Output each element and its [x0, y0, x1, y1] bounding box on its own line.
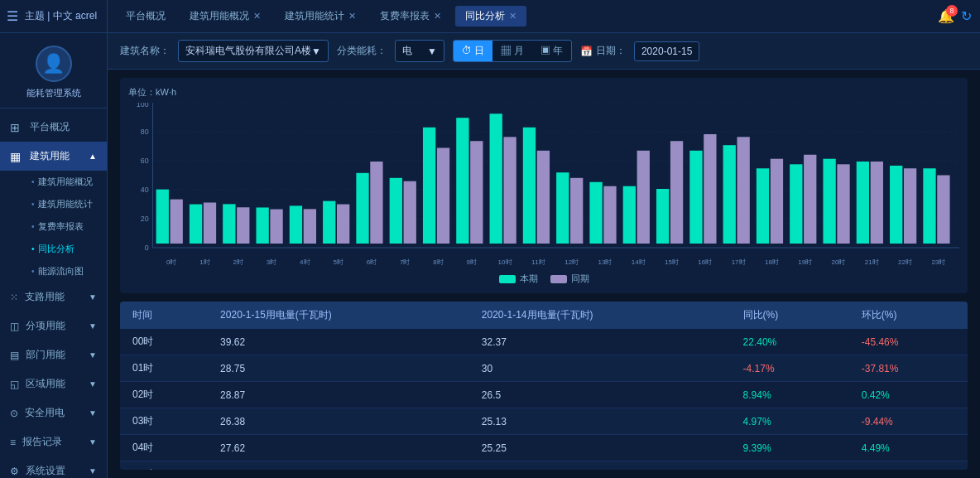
cell-prev: 30 — [469, 355, 731, 382]
user-icon: 👤 — [42, 53, 65, 75]
sidebar-item-building-label: 建筑用能 — [30, 149, 70, 163]
sub-label: 分项用能 — [26, 319, 65, 333]
tab-building-stats-close[interactable]: ✕ — [348, 11, 356, 22]
date-type-buttons: ⏱ 日 ▦ 月 ▣ 年 — [453, 40, 572, 62]
legend-prev: 同期 — [550, 273, 589, 285]
cell-prev: 32.37 — [469, 329, 731, 355]
building-label: 建筑名称： — [120, 44, 170, 58]
sidebar-item-dept[interactable]: ▤ 部门用能 ▼ — [0, 340, 107, 369]
filter-bar: 建筑名称： 安科瑞电气股份有限公司A楼 ▼ 分类能耗： 电 ▼ ⏱ 日 ▦ 月 … — [108, 33, 980, 70]
sidebar-item-building-stats[interactable]: 建筑用能统计 — [23, 193, 107, 215]
tab-building-stats[interactable]: 建筑用能统计 ✕ — [275, 6, 366, 27]
sub-icon: ◫ — [10, 321, 19, 332]
col-mom: 环比(%) — [849, 302, 968, 329]
sidebar-item-yoy[interactable]: 同比分析 — [23, 238, 107, 260]
date-label: 📅 日期： — [580, 44, 626, 58]
sidebar: ☰ 主题 | 中文 acrel 👤 能耗管理系统 ⊞ 平台概况 ▦ 建筑用能 ▲… — [0, 0, 108, 478]
cell-mom: 11.28% — [849, 461, 968, 471]
date-btn-year[interactable]: ▣ 年 — [532, 41, 571, 61]
cell-prev: 25.25 — [469, 435, 731, 461]
data-table: 时间 2020-1-15用电量(千瓦时) 2020-1-14用电量(千瓦时) 同… — [120, 302, 968, 470]
cell-current: 39.62 — [208, 329, 469, 355]
area-arrow-icon: ▼ — [89, 379, 97, 389]
area-label: 区域用能 — [26, 377, 65, 391]
table-row: 04时27.6225.259.39%4.49% — [120, 435, 968, 461]
cell-mom: 4.49% — [849, 435, 968, 461]
system-name: 能耗管理系统 — [26, 87, 81, 99]
calendar-month-icon: ▦ — [501, 45, 511, 56]
cell-time: 00时 — [120, 329, 208, 355]
tab-power-factor-close[interactable]: ✕ — [434, 11, 441, 22]
chart-container: 0 20 40 60 80 100 — [128, 103, 959, 268]
clock-icon: ⏱ — [462, 45, 472, 56]
avatar: 👤 — [36, 46, 72, 82]
chart-legend: 本期 同期 — [128, 273, 959, 285]
sidebar-item-energy-trend[interactable]: 能源流向图 — [23, 260, 107, 282]
sidebar-item-report[interactable]: ≡ 报告记录 ▼ — [0, 427, 107, 456]
sidebar-item-power-factor[interactable]: 复费率报表 — [23, 215, 107, 238]
cell-mom: -9.44% — [849, 408, 968, 435]
col-current: 2020-1-15用电量(千瓦时) — [208, 302, 469, 329]
hamburger-icon[interactable]: ☰ — [7, 8, 18, 24]
tab-yoy[interactable]: 同比分析 ✕ — [455, 6, 526, 27]
date-btn-month-label: 月 — [514, 45, 524, 56]
cell-mom: -37.81% — [849, 355, 968, 382]
tab-building-overview-close[interactable]: ✕ — [253, 11, 261, 22]
main-content: 平台概况 建筑用能概况 ✕ 建筑用能统计 ✕ 复费率报表 ✕ 同比分析 ✕ 🔔 … — [108, 0, 980, 478]
cell-yoy: 9.39% — [731, 435, 849, 461]
date-icon: 📅 — [580, 46, 593, 57]
notification-button[interactable]: 🔔 8 — [938, 8, 954, 24]
sidebar-item-building[interactable]: ▦ 建筑用能 ▲ — [0, 142, 107, 171]
tab-power-factor[interactable]: 复费率报表 ✕ — [370, 6, 451, 27]
cell-time: 04时 — [120, 435, 208, 461]
sidebar-item-safety[interactable]: ⊙ 安全用电 ▼ — [0, 398, 107, 427]
building-arrow-icon: ▲ — [89, 152, 97, 161]
date-btn-month[interactable]: ▦ 月 — [492, 41, 531, 61]
sub-arrow-icon: ▼ — [89, 321, 97, 331]
date-input[interactable]: 2020-01-15 — [634, 41, 699, 61]
cell-current: 31.13 — [208, 461, 469, 471]
building-stats-label: 建筑用能统计 — [38, 198, 93, 210]
tab-yoy-close[interactable]: ✕ — [509, 11, 516, 22]
topbar-icons: 🔔 8 ↻ — [938, 8, 972, 24]
sidebar-header: ☰ 主题 | 中文 acrel — [0, 0, 107, 33]
category-select[interactable]: 电 ▼ — [395, 40, 444, 62]
branch-arrow-icon: ▼ — [89, 292, 97, 302]
dept-arrow-icon: ▼ — [89, 350, 97, 360]
building-select[interactable]: 安科瑞电气股份有限公司A楼 ▼ — [178, 40, 329, 62]
refresh-button[interactable]: ↻ — [961, 8, 972, 24]
building-overview-label: 建筑用能概况 — [38, 176, 93, 188]
cell-yoy: 22.40% — [731, 329, 849, 355]
legend-prev-label: 同期 — [571, 273, 589, 285]
table-row: 02时28.8726.58.94%0.42% — [120, 382, 968, 408]
col-yoy: 同比(%) — [731, 302, 849, 329]
tab-building-overview[interactable]: 建筑用能概况 ✕ — [180, 6, 271, 27]
date-btn-day[interactable]: ⏱ 日 — [454, 41, 492, 61]
building-value: 安科瑞电气股份有限公司A楼 — [185, 44, 311, 58]
cell-prev: 25.13 — [469, 408, 731, 435]
legend-current: 本期 — [499, 273, 538, 285]
sidebar-item-sub[interactable]: ◫ 分项用能 ▼ — [0, 311, 107, 340]
settings-label: 系统设置 — [26, 464, 65, 478]
table-header-row: 时间 2020-1-15用电量(千瓦时) 2020-1-14用电量(千瓦时) 同… — [120, 302, 968, 329]
cell-mom: 0.42% — [849, 382, 968, 408]
content-area: 单位：kW·h 0 20 40 60 — [108, 70, 980, 478]
tab-platform[interactable]: 平台概况 — [116, 6, 175, 27]
report-label: 报告记录 — [22, 435, 62, 449]
cell-time: 01时 — [120, 355, 208, 382]
cell-current: 28.87 — [208, 382, 469, 408]
cell-time: 02时 — [120, 382, 208, 408]
sidebar-item-platform[interactable]: ⊞ 平台概况 — [0, 113, 107, 142]
sidebar-item-branch[interactable]: ⁙ 支路用能 ▼ — [0, 282, 107, 311]
tab-building-stats-label: 建筑用能统计 — [285, 9, 344, 23]
tab-platform-label: 平台概况 — [126, 9, 166, 23]
cell-mom: -45.46% — [849, 329, 968, 355]
yoy-label: 同比分析 — [38, 243, 74, 255]
settings-icon: ⚙ — [10, 466, 19, 477]
report-arrow-icon: ▼ — [89, 437, 97, 447]
sidebar-item-settings[interactable]: ⚙ 系统设置 ▼ — [0, 456, 107, 478]
sidebar-item-area[interactable]: ◱ 区域用能 ▼ — [0, 369, 107, 398]
legend-current-color — [499, 275, 516, 283]
power-factor-label: 复费率报表 — [38, 220, 84, 233]
sidebar-item-building-overview[interactable]: 建筑用能概况 — [23, 171, 107, 193]
